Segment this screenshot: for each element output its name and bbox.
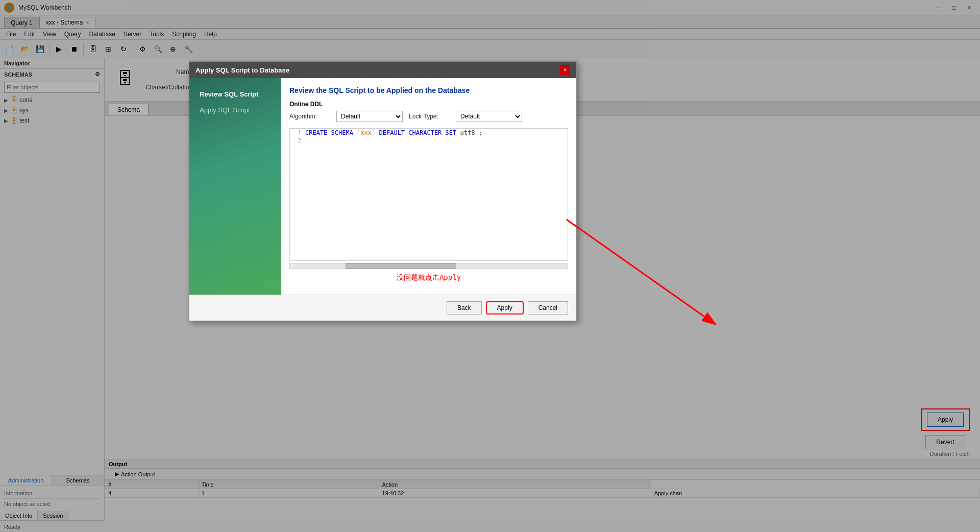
line-content-2: [305, 137, 568, 144]
lock-select[interactable]: Default None Shared Exclusive: [456, 111, 522, 122]
lock-label: Lock Type:: [409, 113, 450, 120]
modal-sidebar-apply[interactable]: Apply SQL Script: [198, 102, 273, 118]
modal-titlebar: Apply SQL Script to Database ×: [189, 62, 576, 78]
line-num-2: 2: [290, 137, 305, 144]
modal-main-content: Review the SQL Script to be Applied on t…: [281, 78, 576, 295]
sql-keyword-create: CREATE SCHEMA: [305, 129, 357, 136]
sql-charset-val: utf8 ;: [456, 129, 482, 136]
modal-footer: Back Apply Cancel: [189, 295, 576, 321]
sql-line-2: 2: [290, 137, 568, 145]
sql-schema-name: `xxx`: [357, 129, 375, 136]
cancel-button[interactable]: Cancel: [528, 301, 568, 315]
back-button[interactable]: Back: [447, 301, 482, 315]
online-ddl-section: Online DDL Algorithm: Default Inplace Co…: [289, 101, 568, 122]
algorithm-label: Algorithm:: [289, 113, 330, 120]
sql-display-area: 1 CREATE SCHEMA `xxx` DEFAULT CHARACTER …: [289, 128, 568, 261]
sql-scrollbar[interactable]: [289, 263, 568, 269]
sql-keyword-default: DEFAULT CHARACTER SET: [379, 129, 457, 136]
apply-sql-dialog: Apply SQL Script to Database × Review SQ…: [189, 61, 577, 321]
modal-body: Review SQL Script Apply SQL Script Revie…: [189, 78, 576, 295]
sql-scrollbar-thumb[interactable]: [346, 263, 457, 269]
line-num-1: 1: [290, 129, 305, 136]
algorithm-select[interactable]: Default Inplace Copy: [336, 111, 403, 122]
modal-title: Apply SQL Script to Database: [195, 66, 289, 74]
line-content-1: CREATE SCHEMA `xxx` DEFAULT CHARACTER SE…: [305, 129, 568, 136]
sql-line-1: 1 CREATE SCHEMA `xxx` DEFAULT CHARACTER …: [290, 129, 568, 137]
modal-close-button[interactable]: ×: [560, 65, 570, 75]
hint-text: 没问题就点击Apply: [289, 273, 568, 282]
modal-sidebar: Review SQL Script Apply SQL Script: [189, 78, 281, 295]
ddl-row: Algorithm: Default Inplace Copy Lock Typ…: [289, 111, 568, 122]
online-ddl-label: Online DDL: [289, 101, 568, 108]
modal-content-title: Review the SQL Script to be Applied on t…: [289, 86, 568, 94]
sql-default: [375, 129, 379, 136]
apply-button-modal[interactable]: Apply: [486, 301, 524, 315]
modal-sidebar-review[interactable]: Review SQL Script: [198, 86, 273, 102]
